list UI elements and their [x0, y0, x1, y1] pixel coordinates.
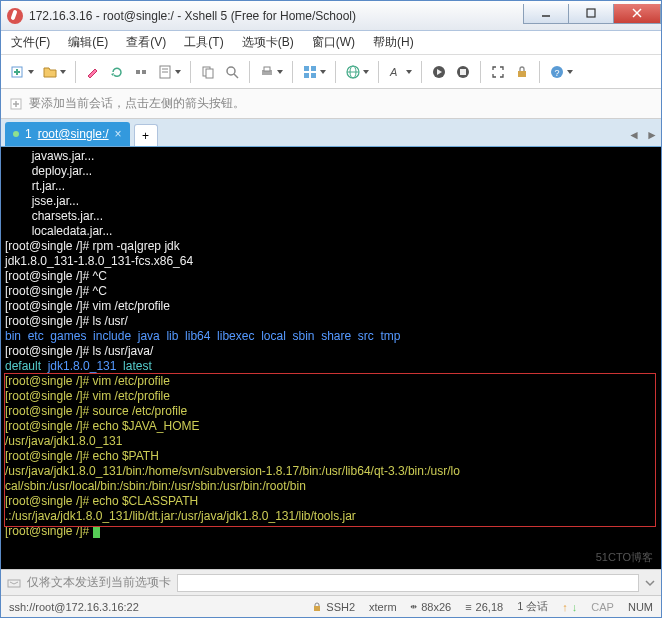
title-bar: 172.16.3.16 - root@single:/ - Xshell 5 (…: [1, 1, 661, 31]
status-proto: SSH2: [326, 601, 355, 613]
svg-line-15: [234, 74, 238, 78]
lock-icon: [312, 602, 322, 612]
svg-text:A: A: [389, 66, 397, 78]
menu-tab[interactable]: 选项卡(B): [238, 32, 298, 53]
app-icon: [7, 8, 23, 24]
layout-button[interactable]: [299, 60, 329, 84]
record-button[interactable]: [452, 60, 474, 84]
menu-view[interactable]: 查看(V): [122, 32, 170, 53]
tab-prev-button[interactable]: ◄: [625, 124, 643, 146]
properties-button[interactable]: [154, 60, 184, 84]
lock-button[interactable]: [511, 60, 533, 84]
svg-rect-28: [460, 69, 466, 75]
status-num: NUM: [628, 601, 653, 613]
copy-button[interactable]: [197, 60, 219, 84]
open-button[interactable]: [39, 60, 69, 84]
svg-rect-18: [304, 66, 309, 71]
window-title: 172.16.3.16 - root@single:/ - Xshell 5 (…: [29, 9, 524, 23]
new-session-button[interactable]: [7, 60, 37, 84]
tab-status-icon: [13, 131, 19, 137]
send-icon[interactable]: [7, 576, 21, 590]
svg-rect-7: [136, 70, 140, 74]
cursor: [93, 526, 100, 538]
svg-rect-21: [311, 73, 316, 78]
hint-text: 要添加当前会话，点击左侧的箭头按钮。: [29, 95, 245, 112]
svg-rect-19: [311, 66, 316, 71]
highlight-box: [4, 373, 656, 527]
reconnect-button[interactable]: [106, 60, 128, 84]
status-cursor: 26,18: [476, 601, 504, 613]
send-dropdown-icon[interactable]: [645, 578, 655, 588]
send-input[interactable]: [177, 574, 639, 592]
hint-bar: 要添加当前会话，点击左侧的箭头按钮。: [1, 89, 661, 119]
svg-rect-1: [587, 9, 595, 17]
highlight-button[interactable]: [82, 60, 104, 84]
menu-edit[interactable]: 编辑(E): [64, 32, 112, 53]
status-size: 88x26: [421, 601, 451, 613]
menu-file[interactable]: 文件(F): [7, 32, 54, 53]
add-tab-button[interactable]: +: [134, 124, 158, 146]
status-caps: CAP: [591, 601, 614, 613]
status-bar: ssh://root@172.16.3.16:22 SSH2 xterm ⇹88…: [1, 595, 661, 617]
menu-bar: 文件(F) 编辑(E) 查看(V) 工具(T) 选项卡(B) 窗口(W) 帮助(…: [1, 31, 661, 55]
font-button[interactable]: A: [385, 60, 415, 84]
find-button[interactable]: [221, 60, 243, 84]
tab-close-icon[interactable]: ×: [115, 127, 122, 141]
menu-tools[interactable]: 工具(T): [180, 32, 227, 53]
send-bar: 仅将文本发送到当前选项卡: [1, 569, 661, 595]
maximize-button[interactable]: [568, 4, 614, 24]
svg-rect-13: [206, 69, 213, 78]
minimize-button[interactable]: [523, 4, 569, 24]
svg-point-14: [227, 67, 235, 75]
add-session-icon[interactable]: [9, 97, 23, 111]
fullscreen-button[interactable]: [487, 60, 509, 84]
status-connection: ssh://root@172.16.3.16:22: [9, 601, 139, 613]
status-term: xterm: [369, 601, 397, 613]
svg-rect-8: [142, 70, 146, 74]
tab-index: 1: [25, 127, 32, 141]
tab-label: root@single:/: [38, 127, 109, 141]
menu-window[interactable]: 窗口(W): [308, 32, 359, 53]
svg-text:?: ?: [555, 68, 560, 78]
svg-rect-36: [314, 606, 320, 611]
encoding-button[interactable]: [342, 60, 372, 84]
tab-active[interactable]: 1 root@single:/ ×: [5, 122, 130, 146]
disconnect-button[interactable]: [130, 60, 152, 84]
close-button[interactable]: [613, 4, 661, 24]
watermark: 51CTO博客: [596, 550, 653, 565]
svg-rect-29: [518, 71, 526, 77]
menu-help[interactable]: 帮助(H): [369, 32, 418, 53]
send-hint: 仅将文本发送到当前选项卡: [27, 574, 171, 591]
print-button[interactable]: [256, 60, 286, 84]
tab-bar: 1 root@single:/ × + ◄ ►: [1, 119, 661, 147]
status-sessions: 1 会话: [517, 599, 548, 614]
toolbar: A ?: [1, 55, 661, 89]
svg-rect-20: [304, 73, 309, 78]
tab-next-button[interactable]: ►: [643, 124, 661, 146]
script-button[interactable]: [428, 60, 450, 84]
svg-rect-17: [264, 67, 270, 71]
help-button[interactable]: ?: [546, 60, 576, 84]
terminal[interactable]: javaws.jar... deploy.jar... rt.jar... js…: [1, 147, 661, 569]
